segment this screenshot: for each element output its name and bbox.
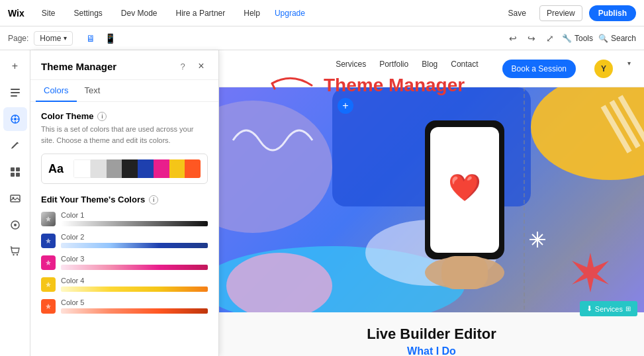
swatch-5 xyxy=(154,159,169,178)
sidebar-edit-button[interactable] xyxy=(3,134,27,157)
sidebar-media-button[interactable] xyxy=(3,187,27,210)
color-2-dot[interactable] xyxy=(41,234,56,248)
nav-site[interactable]: Site xyxy=(38,6,60,21)
sidebar-social-button[interactable] xyxy=(3,213,27,237)
panel-help-button[interactable]: ? xyxy=(176,60,189,73)
color-5-gradient[interactable] xyxy=(61,308,208,314)
color-1-gradient[interactable] xyxy=(61,221,208,226)
svg-point-18 xyxy=(16,254,17,255)
tab-colors[interactable]: Colors xyxy=(36,80,77,102)
swatch-1 xyxy=(91,159,107,178)
tools-label: Tools xyxy=(575,34,593,43)
panel-close-button[interactable]: × xyxy=(195,60,208,73)
swatch-2 xyxy=(107,159,122,178)
color-theme-info-icon[interactable]: i xyxy=(97,112,107,121)
svg-rect-1 xyxy=(11,92,20,93)
svg-text:❤️: ❤️ xyxy=(448,171,481,203)
sidebar-apps-button[interactable] xyxy=(3,160,27,184)
nav-settings[interactable]: Settings xyxy=(69,6,106,21)
services-float-menu-icon: ⊞ xyxy=(625,305,631,312)
nav-help[interactable]: Help xyxy=(240,6,264,21)
nav-dev-mode[interactable]: Dev Mode xyxy=(117,6,161,21)
nav-upgrade[interactable]: Upgrade xyxy=(275,9,305,18)
undo-button[interactable]: ↩ xyxy=(506,32,520,45)
swatch-7 xyxy=(185,159,201,178)
nav-contact[interactable]: Contact xyxy=(451,60,478,78)
color-row-1: Color 1 xyxy=(41,211,208,226)
services-float-label: Services xyxy=(595,305,623,313)
color-1-dot[interactable] xyxy=(41,212,56,226)
nav-services[interactable]: Services xyxy=(336,60,366,78)
nav-blog[interactable]: Blog xyxy=(422,60,437,78)
color-3-label: Color 3 xyxy=(61,255,208,263)
desktop-view-button[interactable]: 🖥 xyxy=(83,32,98,45)
website-preview: Services Portfolio Blog Contact Book a S… xyxy=(219,50,644,356)
bottom-section-subtitle: What I Do xyxy=(232,345,631,356)
nav-hire[interactable]: Hire a Partner xyxy=(172,6,230,21)
color-3-dot[interactable] xyxy=(41,255,56,270)
edit-icon xyxy=(9,140,21,152)
tab-text[interactable]: Text xyxy=(77,80,109,102)
swatch-0 xyxy=(73,159,91,178)
nav-chevron-icon[interactable]: ▾ xyxy=(627,60,631,78)
color-row-3: Color 3 xyxy=(41,255,208,270)
hero-section: ❤️ xyxy=(219,87,644,312)
color-dot-icon-4 xyxy=(45,281,52,288)
svg-rect-0 xyxy=(11,89,20,90)
sidebar-pages-button[interactable] xyxy=(3,81,27,105)
chevron-down-icon: ▾ xyxy=(64,34,67,42)
services-float-button[interactable]: ⬇ Services ⊞ xyxy=(580,301,637,316)
search-button[interactable]: 🔍 Search xyxy=(598,34,636,43)
color-3-gradient[interactable] xyxy=(61,265,208,270)
nav-portfolio[interactable]: Portfolio xyxy=(379,60,408,78)
color-theme-section: Color Theme i This is a set of colors th… xyxy=(41,111,208,184)
color-dot-icon-2 xyxy=(45,238,52,244)
add-section-button[interactable]: + xyxy=(338,98,353,114)
svg-rect-9 xyxy=(11,167,15,171)
canvas-area: Theme Manager Services Portfolio Blog Co… xyxy=(219,50,644,356)
color-4-dot[interactable] xyxy=(41,277,56,292)
second-bar-right: ↩ ↪ ⤢ 🔧 Tools 🔍 Search xyxy=(506,32,636,45)
page-label: Page: xyxy=(8,34,28,43)
svg-rect-11 xyxy=(11,173,15,177)
svg-rect-13 xyxy=(11,195,20,202)
tools-icon: 🔧 xyxy=(562,34,572,43)
swatch-6 xyxy=(169,159,185,178)
save-button[interactable]: Save xyxy=(502,6,533,21)
panel-tabs: Colors Text xyxy=(30,80,218,102)
edit-colors-info-icon[interactable]: i xyxy=(149,195,158,204)
svg-point-17 xyxy=(13,254,14,255)
edit-colors-section: Edit Your Theme's Colors i Color 1 xyxy=(41,195,208,314)
bottom-section-title: Live Builder Editor xyxy=(232,326,631,343)
hero-illustration: ❤️ xyxy=(219,87,644,312)
color-1-info: Color 1 xyxy=(61,211,208,226)
page-name: Home xyxy=(40,34,61,43)
color-5-dot[interactable] xyxy=(41,299,56,314)
expand-button[interactable]: ⤢ xyxy=(543,32,557,45)
bottom-section: Live Builder Editor What I Do xyxy=(219,312,644,356)
sidebar-theme-button[interactable] xyxy=(3,107,27,131)
view-icons: 🖥 📱 xyxy=(83,32,118,45)
sidebar-add-button[interactable]: + xyxy=(3,54,27,78)
preview-button[interactable]: Preview xyxy=(539,5,582,21)
shop-icon xyxy=(9,245,21,257)
site-nav-cta-button[interactable]: Book a Session xyxy=(502,60,576,78)
color-4-gradient[interactable] xyxy=(61,287,208,292)
edit-colors-title: Edit Your Theme's Colors i xyxy=(41,195,158,204)
color-2-gradient[interactable] xyxy=(61,243,208,248)
search-icon: 🔍 xyxy=(598,34,608,43)
color-dot-icon-5 xyxy=(45,303,52,310)
theme-preview-box[interactable]: Aa xyxy=(41,154,208,184)
color-3-info: Color 3 xyxy=(61,255,208,270)
site-nav-avatar: Y xyxy=(594,60,613,78)
search-label: Search xyxy=(611,34,636,43)
sidebar-shop-button[interactable] xyxy=(3,240,27,263)
color-5-label: Color 5 xyxy=(61,298,208,306)
svg-point-16 xyxy=(14,224,17,226)
mobile-view-button[interactable]: 📱 xyxy=(102,32,118,45)
publish-button[interactable]: Publish xyxy=(589,5,636,21)
redo-button[interactable]: ↪ xyxy=(525,32,538,45)
tools-button[interactable]: 🔧 Tools xyxy=(562,34,593,43)
panel-title: Theme Manager xyxy=(41,61,116,72)
page-selector[interactable]: Home ▾ xyxy=(34,31,73,46)
